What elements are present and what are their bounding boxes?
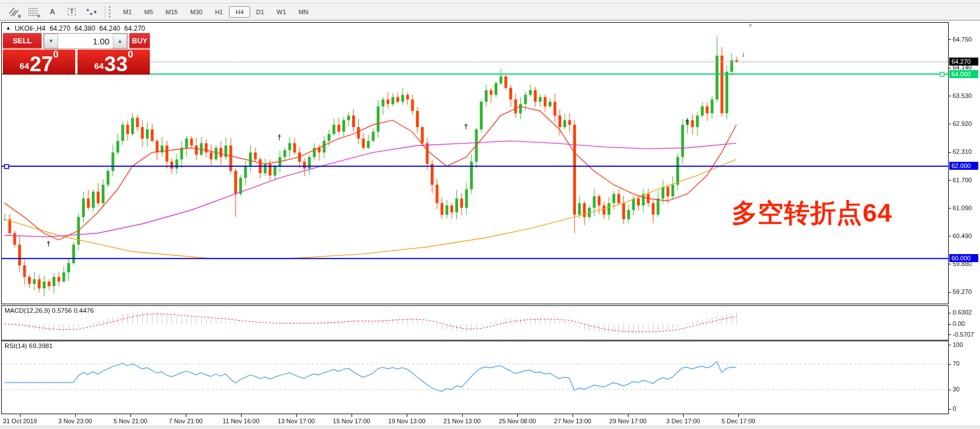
- buy-price-fraction: 0: [128, 49, 133, 60]
- sell-price-big-figure: 64: [19, 61, 29, 71]
- volume-decrease-button[interactable]: ▼: [44, 34, 58, 48]
- volume-group: ▼ ▲: [43, 33, 128, 49]
- trading-terminal-window: E F A T ▾ M1 M5 M15 M30 H1 H4 D1 W1 MN ▲…: [0, 0, 980, 429]
- rsi-indicator-label: RSI(14) 69.3981: [5, 342, 52, 349]
- macd-values: 0.5756 0.4476: [52, 307, 94, 314]
- buy-price-panel[interactable]: 64 33 0: [77, 50, 150, 75]
- one-click-trade-panel: SELL ▼ ▲ BUY 64 27 0 64 33 0: [3, 33, 150, 75]
- macd-name: MACD(12,26,9): [5, 307, 50, 314]
- ohlc-low: 64.240: [99, 24, 120, 32]
- chart-ohlc-header: ▲ UKOil-,H4 64.270 64.380 64.240 64.270: [6, 24, 145, 32]
- volume-input[interactable]: [58, 34, 113, 48]
- buy-price-pips: 33: [104, 56, 128, 73]
- symbol-marker-icon: ▲: [6, 25, 11, 32]
- ohlc-close: 64.270: [124, 24, 145, 32]
- buy-button[interactable]: BUY: [129, 33, 150, 49]
- ohlc-open: 64.270: [50, 24, 71, 32]
- sell-price-pips: 27: [30, 56, 53, 73]
- sell-price-fraction: 0: [53, 49, 58, 60]
- macd-indicator-label: MACD(12,26,9) 0.5756 0.4476: [5, 307, 94, 314]
- symbol-label: UKOil-,H4: [15, 24, 46, 32]
- sell-button[interactable]: SELL: [3, 33, 42, 49]
- chart-text-annotation[interactable]: 多空转折点64: [732, 196, 892, 230]
- rsi-name: RSI(14): [5, 342, 27, 349]
- ohlc-high: 64.380: [75, 24, 96, 32]
- buy-price-big-figure: 64: [94, 61, 104, 71]
- sell-price-panel[interactable]: 64 27 0: [3, 50, 75, 75]
- volume-increase-button[interactable]: ▲: [113, 34, 127, 48]
- rsi-value: 69.3981: [29, 342, 53, 349]
